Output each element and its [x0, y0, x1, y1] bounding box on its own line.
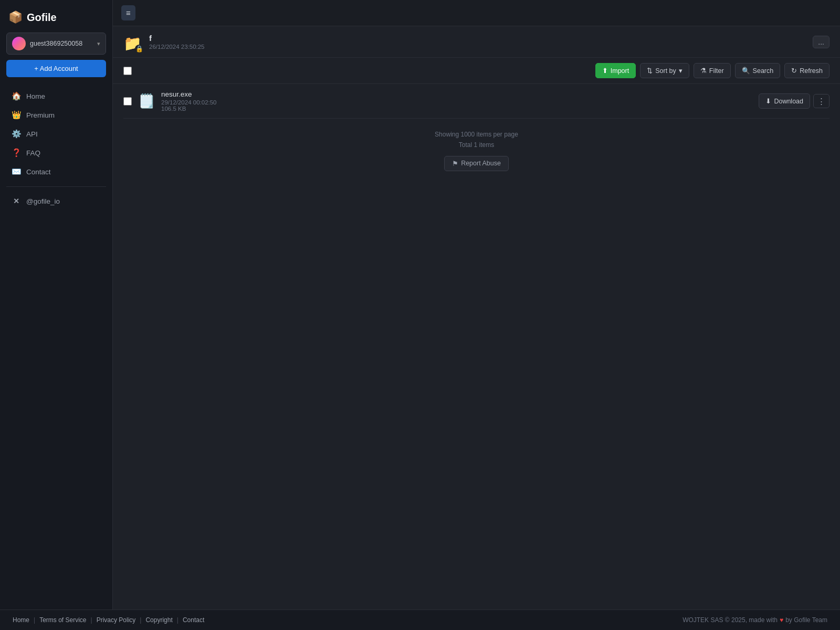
sidebar-social-label: @gofile_io [26, 197, 60, 205]
logo-icon: 📦 [8, 10, 23, 24]
account-avatar [12, 37, 26, 50]
status-text: Showing 1000 items per page Total 1 item… [435, 129, 518, 151]
download-label: Download [774, 98, 803, 105]
sidebar-item-faq[interactable]: ❓ FAQ [6, 143, 106, 162]
file-details: nesur.exe 29/12/2024 00:02:50 106.5 KB [161, 90, 752, 112]
footer-sep-4: | [177, 616, 178, 624]
select-all-checkbox[interactable] [123, 67, 132, 75]
folder-header: 📁 🔒 f 26/12/2024 23:50:25 ... [113, 26, 840, 58]
chevron-sort-icon: ▾ [679, 67, 682, 75]
folder-name: f [149, 34, 813, 43]
search-label: Search [753, 67, 774, 75]
sidebar-item-label-premium: Premium [26, 111, 55, 119]
sidebar-item-label-api: API [26, 130, 38, 138]
upload-icon: ⬆ [602, 67, 608, 75]
footer-links: Home | Terms of Service | Privacy Policy… [13, 616, 204, 624]
import-label: Import [611, 67, 629, 75]
file-actions: ⬇ Download ⋮ [759, 93, 830, 109]
report-abuse-label: Report Abuse [461, 160, 501, 167]
total-items-text: Total 1 items [459, 141, 494, 149]
footer-copy-suffix: by Gofile Team [785, 616, 827, 624]
sidebar-item-label-faq: FAQ [26, 149, 40, 157]
main-content: ≡ 📁 🔒 f 26/12/2024 23:50:25 ... ⬆ Import [113, 0, 840, 610]
sidebar-item-api[interactable]: ⚙️ API [6, 124, 106, 143]
logo-area: 📦 Gofile [6, 8, 106, 33]
footer-copy-text: WOJTEK SAS © 2025, made with [682, 616, 778, 624]
folder-info: f 26/12/2024 23:50:25 [149, 34, 813, 50]
items-per-page-text: Showing 1000 items per page [435, 131, 518, 138]
heart-icon: ♥ [780, 616, 783, 624]
filter-label: Filter [709, 67, 724, 75]
account-dropdown[interactable]: guest3869250058 ▾ [6, 33, 106, 55]
footer-link-home[interactable]: Home [13, 616, 29, 624]
footer-link-tos[interactable]: Terms of Service [39, 616, 86, 624]
footer: Home | Terms of Service | Privacy Policy… [0, 610, 840, 630]
download-icon: ⬇ [765, 97, 771, 105]
footer-sep-2: | [91, 616, 92, 624]
sidebar: 📦 Gofile guest3869250058 ▾ + Add Account… [0, 0, 113, 610]
filter-button[interactable]: ⚗ Filter [694, 63, 731, 78]
search-icon: 🔍 [742, 67, 750, 75]
footer-sep-1: | [34, 616, 35, 624]
file-name: nesur.exe [161, 90, 752, 98]
import-button[interactable]: ⬆ Import [595, 63, 636, 78]
sort-by-button[interactable]: ⇅ Sort by ▾ [640, 63, 689, 78]
table-row: 🗒️ nesur.exe 29/12/2024 00:02:50 106.5 K… [123, 84, 830, 119]
file-toolbar: ⬆ Import ⇅ Sort by ▾ ⚗ Filter 🔍 Search ↻… [113, 58, 840, 84]
sidebar-item-home[interactable]: 🏠 Home [6, 87, 106, 106]
footer-link-privacy[interactable]: Privacy Policy [97, 616, 136, 624]
envelope-icon: ✉️ [12, 167, 21, 176]
file-checkbox[interactable] [123, 97, 132, 106]
question-icon: ❓ [12, 148, 21, 158]
sort-by-label: Sort by [655, 67, 676, 75]
file-meta: 29/12/2024 00:02:50 106.5 KB [161, 99, 752, 112]
chevron-down-icon: ▾ [97, 40, 100, 47]
nav-divider [6, 186, 106, 187]
report-abuse-button[interactable]: ⚑ Report Abuse [444, 156, 509, 171]
gear-icon: ⚙️ [12, 129, 21, 139]
sidebar-item-label-home: Home [26, 92, 45, 100]
search-button[interactable]: 🔍 Search [735, 63, 781, 78]
menu-button[interactable]: ≡ [121, 5, 135, 20]
refresh-icon: ↻ [791, 67, 797, 75]
sidebar-item-contact[interactable]: ✉️ Contact [6, 162, 106, 181]
sidebar-item-premium[interactable]: 👑 Premium [6, 106, 106, 124]
footer-sep-3: | [140, 616, 141, 624]
refresh-button[interactable]: ↻ Refresh [784, 63, 830, 78]
add-account-button[interactable]: + Add Account [6, 60, 106, 77]
x-icon: ✕ [12, 197, 21, 205]
sort-icon: ⇅ [647, 67, 653, 75]
folder-date: 26/12/2024 23:50:25 [149, 44, 813, 50]
file-date: 29/12/2024 00:02:50 [161, 99, 217, 106]
footer-copyright: WOJTEK SAS © 2025, made with ♥ by Gofile… [682, 616, 827, 624]
file-size: 106.5 KB [161, 106, 186, 112]
crown-icon: 👑 [12, 110, 21, 120]
status-area: Showing 1000 items per page Total 1 item… [113, 119, 840, 182]
account-name: guest3869250058 [30, 40, 93, 47]
filter-icon: ⚗ [700, 67, 707, 75]
lock-icon: 🔒 [135, 45, 144, 53]
flag-icon: ⚑ [452, 160, 458, 167]
sidebar-item-label-contact: Contact [26, 168, 51, 176]
folder-icon-wrap: 📁 🔒 [123, 35, 142, 52]
sidebar-social-twitter[interactable]: ✕ @gofile_io [6, 192, 106, 210]
logo-text: Gofile [27, 12, 57, 24]
file-type-icon: 🗒️ [138, 93, 155, 109]
footer-link-contact[interactable]: Contact [183, 616, 204, 624]
file-list: 🗒️ nesur.exe 29/12/2024 00:02:50 106.5 K… [113, 84, 840, 119]
top-bar: ≡ [113, 0, 840, 26]
file-more-button[interactable]: ⋮ [813, 94, 830, 108]
home-icon: 🏠 [12, 91, 21, 101]
download-button[interactable]: ⬇ Download [759, 93, 810, 109]
folder-more-button[interactable]: ... [813, 36, 830, 48]
refresh-label: Refresh [800, 67, 823, 75]
footer-link-copyright[interactable]: Copyright [145, 616, 172, 624]
